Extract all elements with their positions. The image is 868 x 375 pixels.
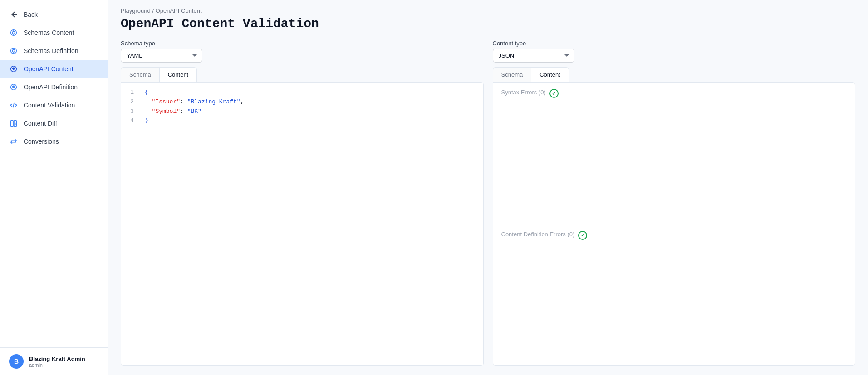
tab-schema-right[interactable]: Schema xyxy=(493,67,532,82)
code-line-3: "Symbol": "BK" xyxy=(145,107,478,117)
code-line-1: { xyxy=(145,88,478,97)
conversions-icon xyxy=(9,137,18,146)
svg-line-13 xyxy=(13,103,14,107)
openapi-def-icon xyxy=(9,83,18,92)
content-type-group: Content type JSON YAML xyxy=(493,40,574,63)
sidebar-item-conversions[interactable]: Conversions xyxy=(0,132,108,151)
sidebar-item-back[interactable]: Back xyxy=(0,5,108,24)
page-title: OpenAPI Content Validation xyxy=(121,17,855,31)
main-content: Playground / OpenAPI Content OpenAPI Con… xyxy=(108,0,868,375)
code-icon xyxy=(9,101,18,110)
left-tabs: Schema Content xyxy=(121,67,484,82)
line-num-3: 3 xyxy=(128,107,134,117)
svg-point-10 xyxy=(13,68,15,70)
sidebar-item-label: OpenAPI Definition xyxy=(24,83,78,91)
code-editor[interactable]: 1 2 3 4 { "Issuer": "Blazing Kraft", "Sy… xyxy=(121,83,483,365)
footer-user-name: Blazing Kraft Admin xyxy=(29,356,85,362)
content-def-check-icon xyxy=(578,231,587,240)
sidebar-nav: Back Schemas Content xyxy=(0,0,108,347)
line-num-4: 4 xyxy=(128,116,134,126)
footer-user-info: Blazing Kraft Admin admin xyxy=(29,356,85,368)
line-num-1: 1 xyxy=(128,88,134,97)
right-tabs: Schema Content xyxy=(493,67,856,82)
content-type-row: Content type JSON YAML xyxy=(493,40,856,63)
code-editor-wrapper: 1 2 3 4 { "Issuer": "Blazing Kraft", "Sy… xyxy=(121,82,484,366)
schema-type-group: Schema type YAML JSON xyxy=(121,40,202,63)
sidebar-footer: B Blazing Kraft Admin admin xyxy=(0,347,108,375)
right-errors-wrapper: Syntax Errors (0) Content Definition Err… xyxy=(493,82,856,366)
sidebar-item-label: OpenAPI Content xyxy=(24,65,74,73)
schema-type-row: Schema type YAML JSON xyxy=(121,40,484,63)
sidebar-item-schemas-content[interactable]: Schemas Content xyxy=(0,24,108,42)
code-line-4: } xyxy=(145,116,478,126)
breadcrumb-playground[interactable]: Playground xyxy=(121,7,151,14)
breadcrumb-separator: / xyxy=(152,7,155,14)
sidebar: Back Schemas Content xyxy=(0,0,108,375)
svg-point-12 xyxy=(13,87,15,88)
sidebar-item-schemas-definition[interactable]: Schemas Definition xyxy=(0,42,108,60)
content-def-errors-block: Content Definition Errors (0) xyxy=(493,224,855,366)
sidebar-item-openapi-content[interactable]: OpenAPI Content xyxy=(0,60,108,78)
schemas-icon xyxy=(9,28,18,37)
svg-point-6 xyxy=(12,49,15,52)
breadcrumb: Playground / OpenAPI Content xyxy=(121,7,855,14)
svg-rect-14 xyxy=(11,121,13,127)
sidebar-item-label: Content Validation xyxy=(24,102,75,109)
schema-type-select[interactable]: YAML JSON xyxy=(121,49,202,63)
tab-content-left[interactable]: Content xyxy=(159,67,197,82)
syntax-errors-block: Syntax Errors (0) xyxy=(493,83,855,224)
openapi-content-icon xyxy=(9,64,18,73)
panels-row: Schema type YAML JSON Schema Content 1 2… xyxy=(121,40,855,366)
left-panel: Schema type YAML JSON Schema Content 1 2… xyxy=(121,40,484,366)
line-num-2: 2 xyxy=(128,97,134,107)
tab-schema-left[interactable]: Schema xyxy=(121,67,160,82)
sidebar-item-content-validation[interactable]: Content Validation xyxy=(0,96,108,114)
line-numbers: 1 2 3 4 xyxy=(121,88,139,360)
sidebar-item-label: Schemas Definition xyxy=(24,47,78,54)
sidebar-item-label: Schemas Content xyxy=(24,29,74,36)
schemas-def-icon xyxy=(9,46,18,55)
sidebar-item-label: Back xyxy=(24,11,38,18)
content-type-select[interactable]: JSON YAML xyxy=(493,49,574,63)
svg-point-2 xyxy=(12,31,15,34)
sidebar-item-openapi-definition[interactable]: OpenAPI Definition xyxy=(0,78,108,96)
footer-user-role: admin xyxy=(29,362,85,368)
sidebar-item-content-diff[interactable]: Content Diff xyxy=(0,114,108,132)
sidebar-item-label: Conversions xyxy=(24,138,59,145)
arrow-left-icon xyxy=(9,10,18,19)
breadcrumb-openapi-content: OpenAPI Content xyxy=(156,7,202,14)
sidebar-item-label: Content Diff xyxy=(24,120,57,127)
content-type-label: Content type xyxy=(493,40,574,47)
right-panel: Content type JSON YAML Schema Content Sy… xyxy=(493,40,856,366)
syntax-check-icon xyxy=(549,89,559,98)
avatar: B xyxy=(9,354,24,369)
tab-content-right[interactable]: Content xyxy=(531,67,569,82)
diff-icon xyxy=(9,119,18,128)
schema-type-label: Schema type xyxy=(121,40,202,47)
syntax-errors-label: Syntax Errors (0) xyxy=(501,89,546,96)
code-line-2: "Issuer": "Blazing Kraft", xyxy=(145,97,478,107)
code-lines: { "Issuer": "Blazing Kraft", "Symbol": "… xyxy=(139,88,483,360)
content-def-errors-label: Content Definition Errors (0) xyxy=(501,231,575,238)
